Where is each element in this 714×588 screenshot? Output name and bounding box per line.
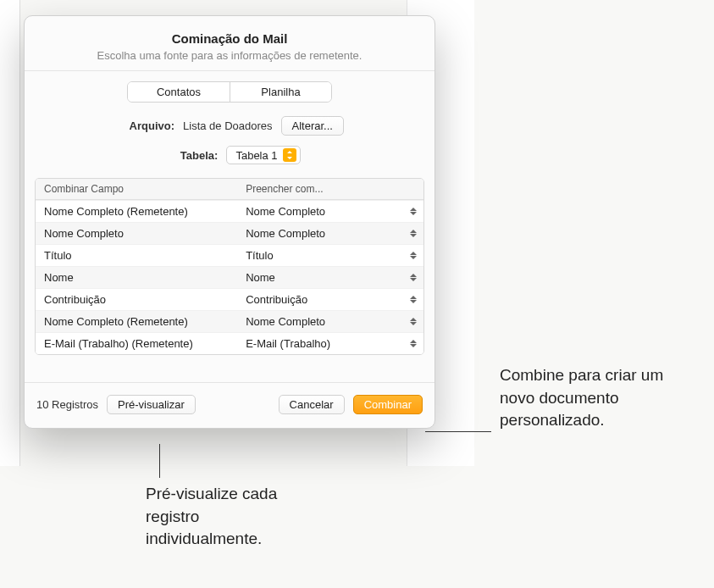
merge-field-cell: Nome Completo <box>36 223 237 244</box>
merge-field-cell: E-Mail (Trabalho) (Remetente) <box>36 333 237 354</box>
fill-with-cell[interactable]: Nome Completo <box>237 201 423 222</box>
updown-icon <box>408 227 418 241</box>
callout-line-right <box>425 431 491 432</box>
fill-with-cell[interactable]: Nome Completo <box>237 223 423 244</box>
table-row: TítuloTítulo <box>36 244 423 266</box>
cancel-button[interactable]: Cancelar <box>279 395 345 414</box>
table-header: Combinar Campo Preencher com... <box>36 179 423 200</box>
table-row: Nome CompletoNome Completo <box>36 222 423 244</box>
table-popup[interactable]: Tabela 1 <box>226 146 300 164</box>
updown-icon <box>408 249 418 263</box>
dialog-footer: 10 Registros Pré-visualizar Cancelar Com… <box>25 382 434 428</box>
tab-spreadsheet[interactable]: Planilha <box>230 82 331 102</box>
col-fill-with: Preencher com... <box>237 179 423 199</box>
file-row: Arquivo: Lista de Doadores Alterar... <box>25 116 434 136</box>
table-row: Tabela: Tabela 1 <box>25 146 434 164</box>
table-popup-value: Tabela 1 <box>235 149 277 162</box>
table-body: Nome Completo (Remetente)Nome CompletoNo… <box>36 200 423 354</box>
callout-right: Combine para criar um novo documento per… <box>500 364 695 432</box>
merge-field-cell: Nome Completo (Remetente) <box>36 311 237 332</box>
file-label: Arquivo: <box>115 119 174 132</box>
col-merge-field: Combinar Campo <box>36 179 237 199</box>
dialog-subtitle: Escolha uma fonte para as informações de… <box>42 49 418 62</box>
dialog-header: Cominação do Mail Escolha uma fonte para… <box>25 16 434 71</box>
dialog-title: Cominação do Mail <box>42 31 418 46</box>
fill-with-cell[interactable]: Nome <box>237 267 423 288</box>
updown-icon <box>408 293 418 307</box>
file-value: Lista de Doadores <box>183 119 273 132</box>
fill-with-cell[interactable]: Contribuição <box>237 289 423 310</box>
merge-field-cell: Nome <box>36 267 237 288</box>
field-mapping-table: Combinar Campo Preencher com... Nome Com… <box>35 178 424 355</box>
updown-icon <box>408 337 418 351</box>
table-row: Nome Completo (Remetente)Nome Completo <box>36 310 423 332</box>
merge-field-cell: Nome Completo (Remetente) <box>36 201 237 222</box>
updown-icon <box>408 271 418 285</box>
preview-button[interactable]: Pré-visualizar <box>107 395 196 414</box>
updown-icon <box>408 205 418 219</box>
table-label: Tabela: <box>158 149 218 162</box>
fill-with-cell[interactable]: Nome Completo <box>237 311 423 332</box>
updown-icon <box>283 148 296 162</box>
table-row: ContribuiçãoContribuição <box>36 288 423 310</box>
updown-icon <box>408 315 418 329</box>
tab-contacts[interactable]: Contatos <box>128 82 230 102</box>
fill-with-cell[interactable]: Título <box>237 245 423 266</box>
callout-line-bottom <box>159 444 160 478</box>
record-count: 10 Registros <box>36 398 98 411</box>
table-row: Nome Completo (Remetente)Nome Completo <box>36 200 423 222</box>
source-tabs: Contatos Planilha <box>25 71 434 111</box>
fill-with-cell[interactable]: E-Mail (Trabalho) <box>237 333 423 354</box>
table-row: NomeNome <box>36 266 423 288</box>
merge-button[interactable]: Combinar <box>353 395 423 414</box>
merge-field-cell: Título <box>36 245 237 266</box>
segmented-control: Contatos Planilha <box>127 81 332 103</box>
merge-field-cell: Contribuição <box>36 289 237 310</box>
callout-bottom: Pré-visualize cada registro individualme… <box>146 483 315 551</box>
change-file-button[interactable]: Alterar... <box>281 116 344 136</box>
table-row: E-Mail (Trabalho) (Remetente)E-Mail (Tra… <box>36 332 423 354</box>
mail-merge-dialog: Cominação do Mail Escolha uma fonte para… <box>24 15 435 429</box>
